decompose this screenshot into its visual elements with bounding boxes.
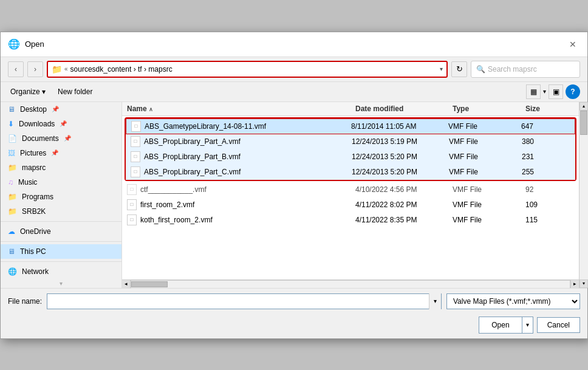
file-list: □ ABS_GametypeLibrary_14-08-11.vmf 8/11/… — [122, 116, 579, 279]
table-row[interactable]: □ ctf___________.vmf 4/10/2022 4:56 PM V… — [122, 182, 579, 197]
organize-button[interactable]: Organize ▾ — [8, 86, 48, 97]
address-bar[interactable]: 📁 « sourcesdk_content › tf › mapsrc ▾ — [47, 61, 448, 78]
view-chevron-icon[interactable]: ▾ — [543, 88, 546, 95]
sidebar-item-label: Programs — [22, 193, 53, 201]
file-name-dropdown-button[interactable]: ▾ — [429, 293, 441, 309]
sidebar-item-mapsrc[interactable]: 📁 mapsrc — [1, 160, 121, 175]
file-date: 4/10/2022 4:56 PM — [355, 185, 453, 194]
sidebar-item-label: Music — [18, 178, 37, 187]
open-split-button[interactable]: ▾ — [522, 317, 533, 333]
sidebar-item-label: This PC — [20, 247, 46, 256]
file-size: 115 — [525, 216, 574, 224]
search-bar[interactable]: 🔍 Search mapsrc — [471, 61, 580, 78]
file-name: ABS_PropLibrary_Part_C.vmf — [144, 168, 241, 176]
file-type: VMF File — [449, 137, 522, 146]
open-button-group: Open ▾ — [479, 317, 533, 334]
help-button[interactable]: ? — [566, 84, 580, 99]
sidebar-item-desktop[interactable]: 🖥 Desktop 📌 — [1, 102, 121, 117]
scroll-left-button[interactable]: ◂ — [122, 280, 131, 288]
file-size: 647 — [521, 122, 570, 131]
file-type-select[interactable]: Valve Map Files (*.vmf;*.vmm) — [447, 294, 579, 309]
sidebar-item-pictures[interactable]: 🖼 Pictures 📌 — [1, 146, 121, 160]
sidebar-divider-3 — [1, 261, 121, 262]
search-placeholder: Search mapsrc — [488, 65, 537, 74]
file-name: ABS_PropLibrary_Part_A.vmf — [144, 137, 241, 146]
file-name-cell: □ first_room_2.vmf — [127, 199, 355, 210]
scroll-right-button[interactable]: ▸ — [570, 280, 579, 288]
downloads-icon: ⬇ — [8, 120, 14, 128]
documents-icon: 📄 — [8, 134, 17, 143]
sidebar-item-downloads[interactable]: ⬇ Downloads 📌 — [1, 117, 121, 131]
file-date: 12/24/2013 5:19 PM — [352, 137, 449, 146]
file-name: ctf___________.vmf — [140, 185, 207, 194]
file-icon: □ — [131, 151, 140, 162]
file-icon: □ — [131, 121, 141, 132]
sidebar-item-label: SRB2K — [22, 207, 46, 216]
open-button[interactable]: Open — [479, 317, 521, 333]
file-name-input[interactable] — [47, 294, 429, 309]
sidebar: 🖥 Desktop 📌 ⬇ Downloads 📌 📄 Documents 📌 … — [1, 102, 122, 288]
file-size: 380 — [522, 137, 570, 146]
sidebar-item-programs[interactable]: 📁 Programs — [1, 190, 121, 204]
file-name-cell: □ ABS_GametypeLibrary_14-08-11.vmf — [131, 121, 351, 132]
refresh-button[interactable]: ↻ — [451, 61, 467, 77]
file-size: 109 — [525, 200, 574, 209]
file-icon: □ — [131, 136, 140, 147]
scroll-thumb[interactable] — [580, 111, 587, 135]
date-modified-header[interactable]: Date modified — [355, 104, 453, 113]
sidebar-item-network[interactable]: 🌐 Network — [1, 264, 121, 279]
title-bar: 🌐 Open ✕ — [1, 32, 587, 57]
table-row[interactable]: □ first_room_2.vmf 4/11/2022 8:02 PM VMF… — [122, 197, 579, 213]
size-header[interactable]: Size — [525, 104, 574, 113]
address-chevron-icon[interactable]: ▾ — [440, 66, 443, 72]
back-button[interactable]: ‹ — [8, 61, 24, 77]
table-row[interactable]: □ koth_first_room_2.vmf 4/11/2022 8:35 P… — [122, 213, 579, 228]
close-button[interactable]: ✕ — [566, 37, 580, 52]
sidebar-item-documents[interactable]: 📄 Documents 📌 — [1, 131, 121, 146]
navigation-toolbar: ‹ › 📁 « sourcesdk_content › tf › mapsrc … — [1, 57, 587, 82]
scroll-indicator: ▾ — [1, 279, 121, 288]
horizontal-scrollbar[interactable]: ◂ ▸ — [122, 279, 579, 288]
name-header[interactable]: Name ∧ — [127, 104, 355, 113]
scroll-track — [579, 111, 588, 279]
view-toggle-button[interactable]: ▣ — [549, 84, 563, 99]
file-icon: □ — [127, 199, 137, 210]
sidebar-item-music[interactable]: ♫ Music — [1, 175, 121, 190]
file-type-wrapper: Valve Map Files (*.vmf;*.vmm) — [446, 293, 580, 309]
file-icon: □ — [131, 166, 140, 177]
pin-icon: 📌 — [51, 149, 58, 156]
type-header[interactable]: Type — [453, 104, 525, 113]
sidebar-divider-2 — [1, 241, 121, 242]
sidebar-item-srb2k[interactable]: 📁 SRB2K — [1, 204, 121, 219]
file-type: VMF File — [448, 122, 521, 131]
table-row[interactable]: □ ABS_PropLibrary_Part_B.vmf 12/24/2013 … — [126, 149, 575, 165]
folder-icon: 📁 — [8, 163, 17, 172]
main-panel: Name ∧ Date modified Type Size □ ABS — [122, 102, 579, 288]
table-row[interactable]: □ ABS_PropLibrary_Part_C.vmf 12/24/2013 … — [126, 165, 575, 180]
file-type: VMF File — [449, 152, 522, 161]
view-details-button[interactable]: ▦ — [526, 84, 541, 99]
scroll-down-button[interactable]: ▾ — [579, 279, 588, 288]
scrollbar-thumb[interactable] — [131, 281, 168, 287]
new-folder-button[interactable]: New folder — [55, 86, 95, 97]
file-name: ABS_PropLibrary_Part_B.vmf — [144, 152, 241, 161]
scroll-up-button[interactable]: ▴ — [579, 102, 588, 111]
sidebar-item-thispc[interactable]: 🖥 This PC — [1, 244, 121, 259]
thispc-icon: 🖥 — [8, 247, 15, 256]
table-row[interactable]: □ ABS_PropLibrary_Part_A.vmf 12/24/2013 … — [126, 134, 575, 149]
file-name-cell: □ ctf___________.vmf — [127, 184, 355, 195]
file-name-cell: □ ABS_PropLibrary_Part_C.vmf — [131, 166, 352, 177]
address-path: sourcesdk_content › tf › mapsrc — [70, 65, 437, 74]
sidebar-item-label: mapsrc — [22, 163, 46, 172]
sidebar-item-label: Downloads — [19, 120, 55, 128]
forward-button[interactable]: › — [27, 61, 43, 77]
sidebar-item-label: Network — [22, 267, 49, 276]
sidebar-item-label: Desktop — [20, 105, 47, 114]
sidebar-item-onedrive[interactable]: ☁ OneDrive — [1, 224, 121, 239]
cancel-button[interactable]: Cancel — [537, 317, 580, 333]
file-icon: □ — [127, 214, 137, 225]
view-controls: ▦ ▾ ▣ ? — [526, 84, 580, 99]
file-name: koth_first_room_2.vmf — [140, 216, 213, 224]
table-row[interactable]: □ ABS_GametypeLibrary_14-08-11.vmf 8/11/… — [126, 118, 575, 134]
dialog-icon: 🌐 — [8, 38, 20, 50]
